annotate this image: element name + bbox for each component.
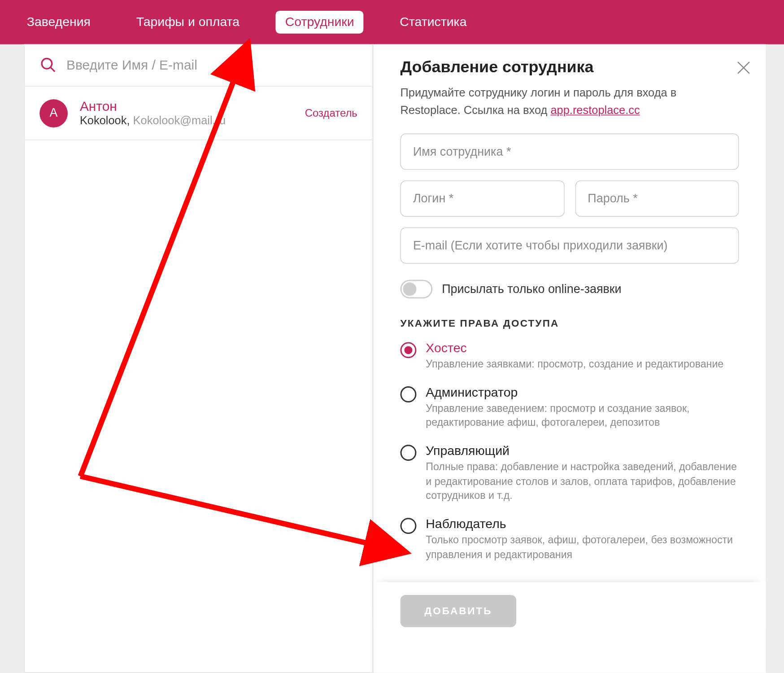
login-link[interactable]: app.restoplace.cc: [550, 104, 640, 116]
radio-icon: [401, 445, 417, 461]
svg-line-1: [50, 67, 55, 72]
top-nav: Заведения Тарифы и оплата Сотрудники Ста…: [0, 0, 784, 44]
panel-footer: ДОБАВИТЬ: [374, 582, 766, 627]
nav-item-venues[interactable]: Заведения: [17, 11, 100, 34]
email-field[interactable]: [401, 227, 739, 264]
search-row: [25, 44, 372, 87]
role-title: Администратор: [426, 385, 739, 400]
role-radio-observer[interactable]: Наблюдатель Только просмотр заявок, афиш…: [401, 516, 739, 562]
svg-point-0: [42, 58, 52, 69]
role-desc: Управление заведением: просмотр и создан…: [426, 401, 739, 430]
nav-item-employees[interactable]: Сотрудники: [276, 11, 364, 34]
nav-item-stats[interactable]: Статистика: [390, 11, 476, 34]
password-field[interactable]: [575, 180, 739, 217]
role-title: Хостес: [426, 341, 739, 355]
radio-icon: [401, 518, 417, 534]
employee-list-panel: А Антон Kokolook, Kokolook@mail.ru Созда…: [24, 44, 373, 673]
role-title: Наблюдатель: [426, 516, 739, 531]
employee-role-badge: Создатель: [305, 107, 357, 119]
search-input[interactable]: [66, 57, 357, 73]
nav-item-tariffs[interactable]: Тарифы и оплата: [127, 11, 249, 34]
login-field[interactable]: [401, 180, 565, 217]
employee-subline: Kokolook, Kokolook@mail.ru: [80, 114, 293, 127]
role-desc: Полные права: добавление и настройка зав…: [426, 459, 739, 503]
rights-section-title: УКАЖИТЕ ПРАВА ДОСТУПА: [401, 317, 739, 328]
role-title: Управляющий: [426, 443, 739, 458]
close-icon[interactable]: [735, 59, 753, 79]
search-icon: [39, 57, 57, 74]
role-radio-manager[interactable]: Управляющий Полные права: добавление и н…: [401, 443, 739, 503]
role-desc: Только просмотр заявок, афиш, фотогалере…: [426, 533, 739, 562]
employee-row[interactable]: А Антон Kokolook, Kokolook@mail.ru Созда…: [25, 87, 372, 140]
add-employee-panel: Добавление сотрудника Придумайте сотрудн…: [373, 44, 766, 673]
radio-icon: [401, 386, 417, 402]
employee-name-field[interactable]: [401, 134, 739, 170]
add-button[interactable]: ДОБАВИТЬ: [401, 594, 517, 627]
radio-icon: [401, 342, 417, 358]
panel-description: Придумайте сотруднику логин и пароль для…: [401, 84, 739, 118]
role-radio-hostess[interactable]: Хостес Управление заявками: просмотр, со…: [401, 341, 739, 371]
role-desc: Управление заявками: просмотр, создание …: [426, 357, 739, 371]
panel-title: Добавление сотрудника: [401, 58, 739, 77]
online-only-toggle[interactable]: [401, 280, 433, 298]
role-radio-admin[interactable]: Администратор Управление заведением: про…: [401, 385, 739, 430]
employee-name: Антон: [80, 99, 293, 114]
toggle-label: Присылать только online-заявки: [442, 282, 621, 296]
avatar: А: [39, 99, 68, 127]
